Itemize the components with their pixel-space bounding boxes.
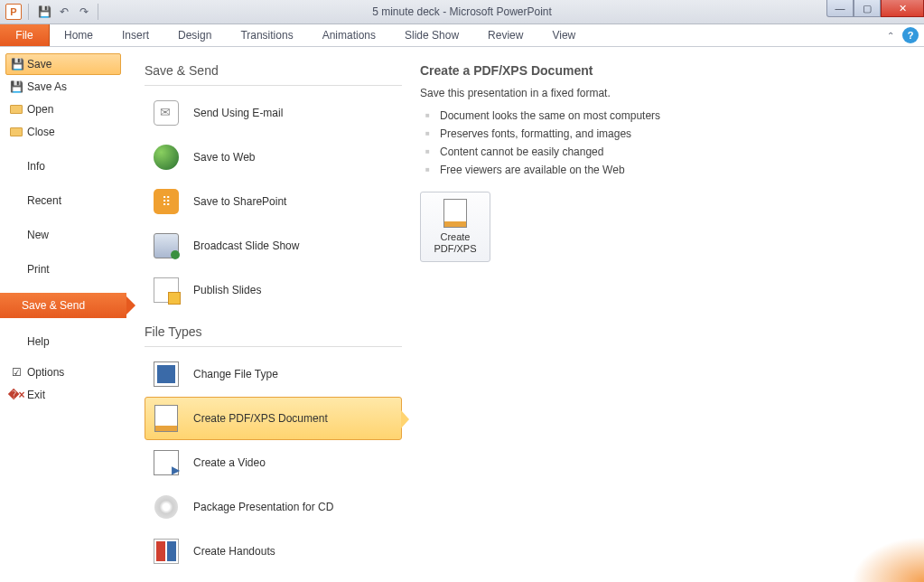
nav-label: Close bbox=[27, 126, 55, 138]
publish-icon bbox=[152, 276, 181, 305]
tab-insert[interactable]: Insert bbox=[107, 24, 163, 46]
nav-label: Save bbox=[27, 58, 51, 70]
button-line1: Create bbox=[440, 231, 470, 242]
item-save-sharepoint[interactable]: ⠿ Save to SharePoint bbox=[145, 180, 402, 223]
save-send-column: Save & Send Send Using E-mail Save to We… bbox=[145, 63, 402, 582]
help-icon[interactable]: ? bbox=[902, 27, 919, 43]
item-publish-slides[interactable]: Publish Slides bbox=[145, 268, 402, 312]
cd-icon bbox=[152, 493, 181, 521]
item-send-email[interactable]: Send Using E-mail bbox=[145, 91, 402, 135]
window-title: 5 minute deck - Microsoft PowerPoint bbox=[0, 5, 924, 18]
nav-label: Save & Send bbox=[22, 299, 85, 312]
nav-help[interactable]: Help bbox=[5, 331, 121, 352]
nav-save[interactable]: 💾 Save bbox=[5, 53, 121, 75]
bullet-item: Document looks the same on most computer… bbox=[420, 107, 924, 125]
nav-save-send[interactable]: Save & Send bbox=[0, 293, 126, 318]
app-icon: P bbox=[5, 4, 22, 20]
maximize-button[interactable]: ▢ bbox=[854, 0, 881, 17]
item-create-pdf-xps[interactable]: Create PDF/XPS Document bbox=[145, 397, 402, 440]
bullet-item: Preserves fonts, formatting, and images bbox=[420, 125, 924, 143]
item-label: Save to Web bbox=[193, 151, 255, 164]
nav-options[interactable]: ☑ Options bbox=[5, 361, 121, 383]
create-pdf-xps-button[interactable]: Create PDF/XPS bbox=[420, 192, 490, 262]
options-icon: ☑ bbox=[9, 365, 23, 380]
item-label: Create PDF/XPS Document bbox=[193, 412, 328, 425]
change-filetype-icon bbox=[152, 360, 181, 389]
pdf-doc-icon bbox=[152, 404, 181, 433]
item-label: Package Presentation for CD bbox=[193, 501, 333, 513]
broadcast-icon bbox=[152, 231, 181, 260]
backstage-view: 💾 Save 💾 Save As Open Close Info Recent … bbox=[0, 47, 924, 582]
tab-design[interactable]: Design bbox=[163, 24, 226, 46]
qat-redo-icon[interactable]: ↷ bbox=[75, 3, 93, 21]
tab-transitions[interactable]: Transitions bbox=[226, 24, 307, 46]
ribbon-tabs: File Home Insert Design Transitions Anim… bbox=[0, 24, 924, 47]
nav-label: Save As bbox=[27, 80, 67, 93]
minimize-button[interactable]: ― bbox=[826, 0, 854, 17]
close-file-icon bbox=[9, 125, 23, 139]
save-as-icon: 💾 bbox=[9, 80, 23, 94]
envelope-icon bbox=[152, 99, 181, 127]
save-icon: 💾 bbox=[10, 57, 24, 71]
globe-icon bbox=[152, 143, 181, 172]
nav-label: Open bbox=[27, 103, 53, 116]
nav-exit[interactable]: �× Exit bbox=[5, 384, 121, 406]
item-label: Publish Slides bbox=[193, 284, 261, 296]
nav-save-as[interactable]: 💾 Save As bbox=[5, 76, 121, 98]
detail-subtitle: Save this presentation in a fixed format… bbox=[420, 87, 924, 99]
item-change-file-type[interactable]: Change File Type bbox=[145, 352, 402, 396]
detail-bullets: Document looks the same on most computer… bbox=[420, 107, 924, 179]
handouts-icon bbox=[152, 537, 181, 566]
item-label: Create Handouts bbox=[193, 545, 275, 558]
item-create-handouts[interactable]: Create Handouts bbox=[145, 530, 402, 573]
button-line2: PDF/XPS bbox=[434, 243, 476, 254]
bullet-item: Content cannot be easily changed bbox=[420, 143, 924, 161]
tab-review[interactable]: Review bbox=[473, 24, 537, 46]
item-label: Send Using E-mail bbox=[193, 107, 283, 119]
nav-recent[interactable]: Recent bbox=[5, 190, 121, 211]
bullet-item: Free viewers are available on the Web bbox=[420, 161, 924, 179]
item-package-cd[interactable]: Package Presentation for CD bbox=[145, 485, 402, 529]
section-save-send-title: Save & Send bbox=[145, 63, 402, 78]
close-window-button[interactable]: ✕ bbox=[881, 0, 924, 17]
exit-icon: �× bbox=[9, 388, 23, 402]
nav-open[interactable]: Open bbox=[5, 99, 121, 120]
nav-new[interactable]: New bbox=[5, 224, 121, 246]
file-tab[interactable]: File bbox=[0, 24, 50, 46]
item-label: Broadcast Slide Show bbox=[193, 239, 299, 252]
video-icon bbox=[152, 448, 181, 477]
nav-label: Exit bbox=[27, 389, 45, 401]
detail-pane: Create a PDF/XPS Document Save this pres… bbox=[402, 63, 924, 582]
item-label: Save to SharePoint bbox=[193, 195, 286, 208]
detail-title: Create a PDF/XPS Document bbox=[420, 63, 924, 78]
section-file-types-title: File Types bbox=[145, 324, 402, 339]
quick-access-toolbar: 💾 ↶ ↷ bbox=[35, 3, 101, 21]
open-icon bbox=[9, 102, 23, 117]
title-bar: P 💾 ↶ ↷ 5 minute deck - Microsoft PowerP… bbox=[0, 0, 924, 24]
item-save-web[interactable]: Save to Web bbox=[145, 136, 402, 179]
item-label: Change File Type bbox=[193, 368, 278, 380]
item-create-video[interactable]: Create a Video bbox=[145, 441, 402, 484]
tab-slideshow[interactable]: Slide Show bbox=[390, 24, 473, 46]
tab-animations[interactable]: Animations bbox=[308, 24, 390, 46]
nav-info[interactable]: Info bbox=[5, 155, 121, 177]
nav-close[interactable]: Close bbox=[5, 121, 121, 143]
backstage-left-nav: 💾 Save 💾 Save As Open Close Info Recent … bbox=[0, 47, 126, 582]
sharepoint-icon: ⠿ bbox=[152, 187, 181, 216]
nav-print[interactable]: Print bbox=[5, 258, 121, 280]
tab-view[interactable]: View bbox=[537, 24, 590, 46]
tab-home[interactable]: Home bbox=[50, 24, 107, 46]
item-label: Create a Video bbox=[193, 456, 266, 469]
minimize-ribbon-icon[interactable]: ⌃ bbox=[882, 27, 899, 43]
qat-undo-icon[interactable]: ↶ bbox=[55, 3, 73, 21]
pdf-button-icon bbox=[443, 199, 467, 228]
nav-label: Options bbox=[27, 366, 64, 379]
item-broadcast[interactable]: Broadcast Slide Show bbox=[145, 224, 402, 268]
qat-save-icon[interactable]: 💾 bbox=[35, 3, 53, 21]
